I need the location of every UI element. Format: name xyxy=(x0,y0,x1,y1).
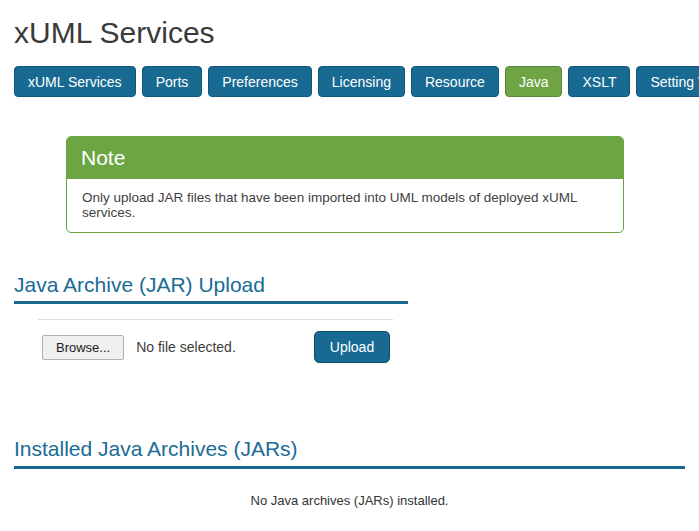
file-status-text: No file selected. xyxy=(136,339,236,355)
tab-licensing[interactable]: Licensing xyxy=(318,66,405,97)
note-body-text: Only upload JAR files that have been imp… xyxy=(67,179,623,232)
jar-upload-form: Browse... No file selected. Upload xyxy=(42,331,685,363)
empty-jars-message: No Java archives (JARs) installed. xyxy=(14,493,685,508)
note-box: Note Only upload JAR files that have bee… xyxy=(66,136,624,233)
tab-java[interactable]: Java xyxy=(505,66,563,97)
tab-xuml-services[interactable]: xUML Services xyxy=(14,66,136,97)
form-divider xyxy=(38,319,393,320)
page-title: xUML Services xyxy=(14,0,685,50)
tab-xslt[interactable]: XSLT xyxy=(568,66,630,97)
note-title: Note xyxy=(67,137,623,179)
upload-button[interactable]: Upload xyxy=(314,331,390,363)
tab-preferences[interactable]: Preferences xyxy=(208,66,311,97)
tab-setting-variables[interactable]: Setting Variables xyxy=(636,66,699,97)
tab-bar: xUML Services Ports Preferences Licensin… xyxy=(14,66,685,97)
page: xUML Services xUML Services Ports Prefer… xyxy=(0,0,699,508)
upload-section-heading: Java Archive (JAR) Upload xyxy=(14,272,408,304)
installed-section-heading: Installed Java Archives (JARs) xyxy=(14,436,685,469)
tab-resource[interactable]: Resource xyxy=(411,66,499,97)
browse-button[interactable]: Browse... xyxy=(42,335,124,360)
tab-ports[interactable]: Ports xyxy=(142,66,203,97)
